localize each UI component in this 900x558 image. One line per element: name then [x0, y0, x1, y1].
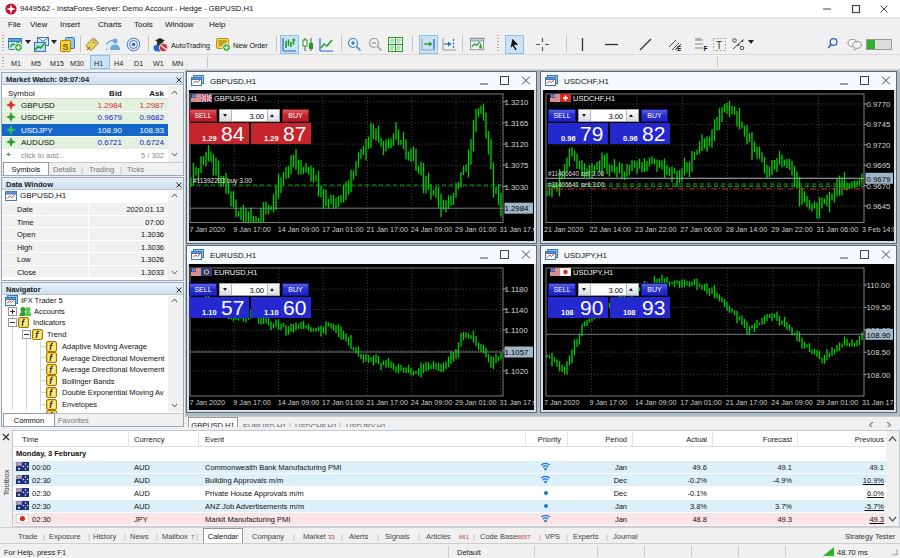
- svg-text:31 Jan 17:00: 31 Jan 17:00: [499, 398, 534, 407]
- svg-text:17 Jan 01:00: 17 Jan 01:00: [680, 398, 722, 407]
- svg-text:T: T: [716, 40, 722, 51]
- svg-text:110.00: 110.00: [867, 281, 891, 290]
- svg-text:7 Jan 2020: 7 Jan 2020: [190, 225, 226, 234]
- svg-text:#11406641 sell 3.00: #11406641 sell 3.00: [548, 181, 605, 188]
- svg-text:F: F: [704, 45, 708, 52]
- svg-text:1.3120: 1.3120: [505, 140, 530, 149]
- svg-text:28 Jan 14:00: 28 Jan 14:00: [726, 225, 768, 234]
- svg-text:21 Jan 2020: 21 Jan 2020: [544, 225, 584, 234]
- svg-text:21 Jan 17:00: 21 Jan 17:00: [366, 398, 408, 407]
- svg-text:22 Jan 14:00: 22 Jan 14:00: [589, 225, 631, 234]
- svg-text:7 Jan 2020: 7 Jan 2020: [190, 398, 226, 407]
- svg-text:24 Jan 09:00: 24 Jan 09:00: [771, 398, 813, 407]
- svg-text:#11392203 buy 3.00: #11392203 buy 3.00: [193, 177, 252, 185]
- svg-text:31 Jan 17:00: 31 Jan 17:00: [499, 225, 534, 234]
- svg-text:1.1100: 1.1100: [505, 326, 529, 335]
- svg-text:S: S: [63, 42, 69, 52]
- svg-text:24 Jan 09:00: 24 Jan 09:00: [411, 398, 453, 407]
- svg-text:E: E: [677, 45, 682, 52]
- svg-text:109.50: 109.50: [867, 303, 892, 312]
- svg-text:29 Jan 22:00: 29 Jan 22:00: [771, 225, 813, 234]
- svg-text:0.9645: 0.9645: [867, 202, 892, 211]
- svg-text:1.2984: 1.2984: [505, 204, 530, 213]
- svg-text:23 Jan 22:00: 23 Jan 22:00: [635, 225, 677, 234]
- svg-text:7 Jan 2020: 7 Jan 2020: [544, 398, 580, 407]
- svg-text:9 Jan 17:00: 9 Jan 17:00: [233, 225, 271, 234]
- svg-text:29 Jan 01:00: 29 Jan 01:00: [455, 225, 497, 234]
- svg-text:14 Jan 09:00: 14 Jan 09:00: [635, 398, 677, 407]
- svg-text:108.90: 108.90: [867, 331, 892, 340]
- svg-text:108.00: 108.00: [867, 371, 892, 380]
- svg-text:1.1140: 1.1140: [505, 306, 529, 315]
- svg-text:1.3165: 1.3165: [505, 119, 530, 128]
- svg-text:29 Jan 01:00: 29 Jan 01:00: [455, 398, 497, 407]
- svg-text:17 Jan 01:00: 17 Jan 01:00: [322, 225, 364, 234]
- svg-text:108.50: 108.50: [867, 348, 892, 357]
- svg-text:0.9679: 0.9679: [867, 175, 891, 184]
- svg-text:29 Jan 01:00: 29 Jan 01:00: [817, 398, 859, 407]
- svg-text:1.1180: 1.1180: [505, 285, 529, 294]
- svg-text:24 Jan 09:00: 24 Jan 09:00: [411, 225, 453, 234]
- svg-text:14 Jan 09:00: 14 Jan 09:00: [278, 225, 320, 234]
- svg-text:21 Jan 17:00: 21 Jan 17:00: [726, 398, 768, 407]
- svg-text:0.9745: 0.9745: [867, 120, 892, 129]
- svg-text:14 Jan 09:00: 14 Jan 09:00: [278, 398, 320, 407]
- svg-text:1.3075: 1.3075: [505, 161, 530, 170]
- svg-text:1.1020: 1.1020: [505, 367, 530, 376]
- svg-text:0.9695: 0.9695: [867, 161, 892, 170]
- svg-text:21 Jan 17:00: 21 Jan 17:00: [366, 225, 408, 234]
- svg-text:31 Jan 06:00: 31 Jan 06:00: [817, 225, 859, 234]
- svg-text:3 Feb 14:00: 3 Feb 14:00: [862, 225, 894, 234]
- svg-text:1.1057: 1.1057: [505, 348, 529, 357]
- svg-text:17 Jan 01:00: 17 Jan 01:00: [322, 398, 364, 407]
- svg-text:#11406640 sell 3.00: #11406640 sell 3.00: [548, 170, 605, 177]
- svg-text:1.3210: 1.3210: [505, 98, 530, 107]
- svg-text:1.3030: 1.3030: [505, 183, 530, 192]
- svg-text:9 Jan 17:00: 9 Jan 17:00: [233, 398, 271, 407]
- svg-text:9 Jan 17:00: 9 Jan 17:00: [589, 398, 627, 407]
- svg-text:31 Jan 17:00: 31 Jan 17:00: [862, 398, 894, 407]
- svg-text:0.9720: 0.9720: [867, 141, 892, 150]
- svg-text:27 Jan 06:00: 27 Jan 06:00: [680, 225, 722, 234]
- svg-text:0.9770: 0.9770: [867, 100, 892, 109]
